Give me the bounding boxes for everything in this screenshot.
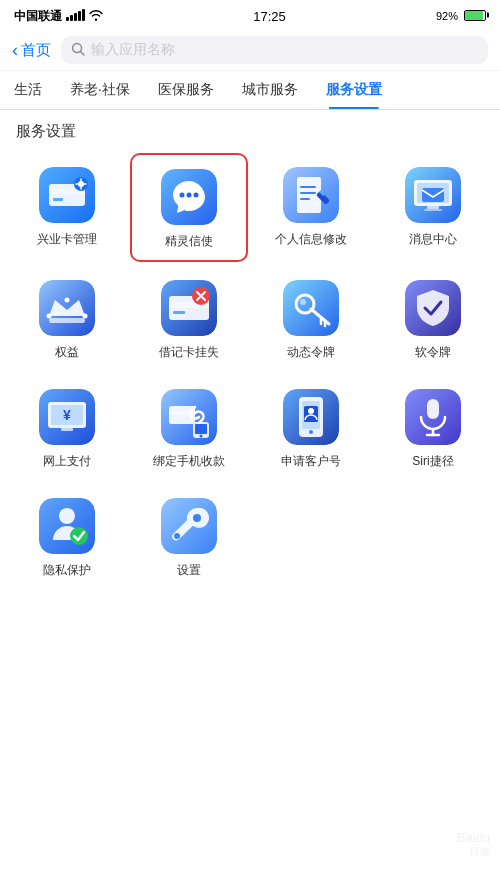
svg-rect-24 <box>39 280 95 336</box>
label-card-loss: 借记卡挂失 <box>159 344 219 361</box>
nav-bar: ‹ 首页 输入应用名称 <box>0 30 500 71</box>
icon-card-mgmt <box>39 167 95 223</box>
signal-icon <box>66 9 85 24</box>
svg-point-25 <box>47 314 52 319</box>
section-title: 服务设置 <box>0 110 500 149</box>
svg-rect-28 <box>49 318 85 323</box>
battery-area: 92% <box>436 10 486 23</box>
wifi-icon <box>89 9 103 24</box>
svg-rect-50 <box>195 424 207 434</box>
svg-rect-21 <box>427 206 439 209</box>
service-item-apply-account[interactable]: 申请客户号 <box>252 375 370 480</box>
back-chevron-icon: ‹ <box>12 40 18 61</box>
tab-settings[interactable]: 服务设置 <box>312 71 396 109</box>
icon-otp <box>283 280 339 336</box>
service-item-otp[interactable]: 动态令牌 <box>252 266 370 371</box>
icon-privacy <box>39 498 95 554</box>
label-soft-token: 软令牌 <box>415 344 451 361</box>
service-item-soft-token[interactable]: 软令牌 <box>374 266 492 371</box>
service-item-siri[interactable]: Siri捷径 <box>374 375 492 480</box>
label-settings: 设置 <box>177 562 201 579</box>
service-item-benefits[interactable]: 权益 <box>8 266 126 371</box>
service-grid: 兴业卡管理 精灵信使 <box>0 149 500 597</box>
service-item-bind-phone[interactable]: 绑定手机收款 <box>130 375 248 480</box>
icon-messenger <box>161 169 217 225</box>
icon-siri <box>405 389 461 445</box>
service-item-online-pay[interactable]: ¥ 网上支付 <box>8 375 126 480</box>
svg-point-7 <box>78 181 84 187</box>
status-bar: 中国联通 17:25 92% <box>0 0 500 30</box>
service-item-privacy[interactable]: 隐私保护 <box>8 484 126 589</box>
back-button[interactable]: ‹ 首页 <box>12 40 51 61</box>
svg-point-55 <box>309 430 313 434</box>
battery-icon <box>462 10 486 23</box>
svg-point-9 <box>180 193 185 198</box>
label-message-center: 消息中心 <box>409 231 457 248</box>
icon-soft-token <box>405 280 461 336</box>
battery-percent: 92% <box>436 10 458 22</box>
svg-rect-23 <box>422 188 444 202</box>
icon-card-loss <box>161 280 217 336</box>
label-messenger: 精灵信使 <box>165 233 213 250</box>
label-benefits: 权益 <box>55 344 79 361</box>
tab-medical[interactable]: 医保服务 <box>144 71 228 109</box>
svg-rect-59 <box>427 399 439 419</box>
icon-bind-phone <box>161 389 217 445</box>
svg-rect-22 <box>424 209 442 211</box>
service-item-messenger[interactable]: 精灵信使 <box>130 153 248 262</box>
svg-rect-5 <box>53 198 63 201</box>
svg-point-39 <box>300 299 306 305</box>
label-online-pay: 网上支付 <box>43 453 91 470</box>
icon-profile-edit <box>283 167 339 223</box>
svg-point-57 <box>308 408 314 414</box>
label-bind-phone: 绑定手机收款 <box>153 453 225 470</box>
label-apply-account: 申请客户号 <box>281 453 341 470</box>
icon-benefits <box>39 280 95 336</box>
category-tabs: 生活 养老·社保 医保服务 城市服务 服务设置 <box>0 71 500 110</box>
svg-point-66 <box>193 514 201 522</box>
carrier-signal: 中国联通 <box>14 8 103 25</box>
search-bar[interactable]: 输入应用名称 <box>61 36 488 64</box>
svg-point-26 <box>83 314 88 319</box>
svg-rect-32 <box>173 311 185 314</box>
svg-point-67 <box>174 533 180 539</box>
svg-text:¥: ¥ <box>63 407 71 423</box>
service-item-card-loss[interactable]: 借记卡挂失 <box>130 266 248 371</box>
icon-apply-account <box>283 389 339 445</box>
watermark: Baidu 经验 <box>457 830 490 859</box>
back-label: 首页 <box>21 41 51 60</box>
label-siri: Siri捷径 <box>412 453 453 470</box>
svg-point-63 <box>59 508 75 524</box>
service-item-message-center[interactable]: 消息中心 <box>374 153 492 262</box>
service-item-card-mgmt[interactable]: 兴业卡管理 <box>8 153 126 262</box>
svg-point-27 <box>65 298 70 303</box>
search-placeholder: 输入应用名称 <box>91 41 175 59</box>
icon-online-pay: ¥ <box>39 389 95 445</box>
search-icon <box>71 42 85 59</box>
svg-rect-44 <box>61 428 73 431</box>
service-item-profile-edit[interactable]: 个人信息修改 <box>252 153 370 262</box>
svg-point-51 <box>200 435 203 438</box>
tab-city[interactable]: 城市服务 <box>228 71 312 109</box>
tab-life[interactable]: 生活 <box>0 71 56 109</box>
label-privacy: 隐私保护 <box>43 562 91 579</box>
label-otp: 动态令牌 <box>287 344 335 361</box>
icon-settings <box>161 498 217 554</box>
svg-line-1 <box>81 51 85 55</box>
svg-point-10 <box>187 193 192 198</box>
svg-point-64 <box>70 527 88 545</box>
label-card-mgmt: 兴业卡管理 <box>37 231 97 248</box>
service-item-settings[interactable]: 设置 <box>130 484 248 589</box>
icon-message-center <box>405 167 461 223</box>
label-profile-edit: 个人信息修改 <box>275 231 347 248</box>
carrier-text: 中国联通 <box>14 8 62 25</box>
svg-point-11 <box>194 193 199 198</box>
tab-pension[interactable]: 养老·社保 <box>56 71 144 109</box>
time-display: 17:25 <box>253 9 286 24</box>
